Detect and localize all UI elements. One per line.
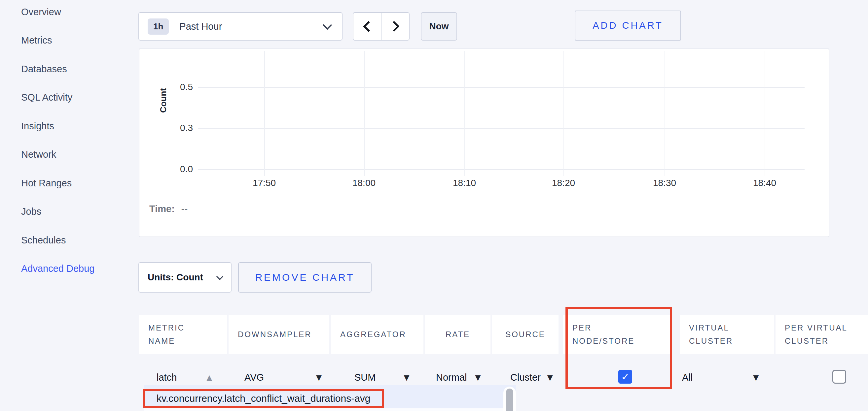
sidebar-item-hot-ranges[interactable]: Hot Ranges [21,169,95,198]
hover-time-readout: Time:-- [149,204,188,214]
time-readout-label: Time: [149,204,175,214]
next-range-button[interactable] [381,12,409,41]
gridline [264,51,265,176]
advanced-debug-custom-chart-page: Overview Metrics Databases SQL Activity … [0,0,868,411]
header-rate: RATE [425,315,491,354]
remove-chart-button[interactable]: REMOVE CHART [238,262,372,293]
x-tick-label: 18:20 [540,178,587,189]
caret-down-icon: ▼ [404,373,409,382]
sidebar-item-network[interactable]: Network [21,140,95,169]
header-downsampler: DOWNSAMPLER [228,315,329,354]
sidebar-item-schedules[interactable]: Schedules [21,226,95,255]
x-tick-label: 17:50 [241,178,287,189]
metric-name-combobox[interactable]: latch ▲ [157,370,212,385]
virtual-cluster-select[interactable]: All ▼ [682,370,759,385]
y-axis-label: Count [158,71,168,130]
time-readout-value: -- [181,204,188,214]
source-select[interactable]: Cluster ▼ [510,370,553,385]
gridline [198,87,805,88]
x-tick-label: 18:10 [441,178,488,189]
caret-down-icon: ▼ [316,373,322,382]
header-aggregator: AGGREGATOR [331,315,424,354]
downsampler-select[interactable]: AVG ▼ [244,370,322,385]
header-virtual-cluster: VIRTUAL CLUSTER [680,315,774,354]
y-tick-label: 0.3 [162,123,193,133]
dropdown-scrollbar-thumb[interactable] [506,388,513,411]
rate-select[interactable]: Normal ▼ [436,370,480,385]
units-select-label: Units: Count [148,272,203,283]
aggregator-value: SUM [354,372,376,383]
time-window-badge: 1h [148,19,169,35]
sidebar-item-insights[interactable]: Insights [21,112,95,140]
per-virtual-cluster-checkbox[interactable] [832,370,846,384]
sidebar-item-jobs[interactable]: Jobs [21,198,95,226]
header-metric-name: METRIC NAME [139,315,227,354]
sidebar-item-sql-activity[interactable]: SQL Activity [21,83,95,112]
caret-down-icon: ▼ [475,373,480,382]
caret-up-icon: ▲ [207,373,212,382]
x-tick-label: 18:00 [341,178,387,189]
x-tick-label: 18:40 [742,178,788,189]
sidebar-item-metrics[interactable]: Metrics [21,26,95,55]
chevron-down-icon [323,21,332,30]
gridline [198,169,805,170]
chevron-down-icon [216,273,223,280]
chevron-right-icon [389,21,400,32]
chevron-left-icon [363,21,374,32]
gridline [464,51,465,176]
per-node-store-checkbox[interactable]: ✓ [618,370,632,384]
previous-range-button[interactable] [353,12,381,41]
aggregator-select[interactable]: SUM ▼ [354,370,409,385]
gridline [664,51,665,176]
y-tick-label: 0.0 [162,164,193,174]
x-tick-label: 18:30 [642,178,688,189]
metric-suggestion-item[interactable]: kv.concurrency.latch_conflict_wait_durat… [157,393,371,404]
time-window-label: Past Hour [179,21,222,32]
gridline [364,51,365,176]
source-value: Cluster [510,372,541,383]
header-per-node-store: PER NODE/STORE [563,315,672,354]
custom-chart-panel[interactable]: Count 0.5 0.3 0.0 17:50 18:00 18:10 18:2… [139,48,829,237]
add-chart-button[interactable]: ADD CHART [575,10,681,41]
header-source: SOURCE [492,315,559,354]
sidebar-item-advanced-debug[interactable]: Advanced Debug [21,255,95,283]
now-button[interactable]: Now [421,12,457,41]
virtual-cluster-value: All [682,372,693,383]
metric-name-value: latch [157,372,177,383]
gridline [563,51,564,176]
sidebar-item-databases[interactable]: Databases [21,55,95,83]
caret-down-icon: ▼ [753,373,759,382]
next-suggestion-partial [144,408,503,411]
gridline [765,51,765,176]
gridline [198,128,805,129]
header-per-virtual-cluster: PER VIRTUAL CLUSTER [776,315,868,354]
time-range-picker[interactable]: 1h Past Hour [138,12,342,41]
sidebar-item-overview[interactable]: Overview [21,0,95,26]
check-icon: ✓ [621,371,629,383]
y-tick-label: 0.5 [162,82,193,92]
sidebar: Overview Metrics Databases SQL Activity … [21,0,95,283]
rate-value: Normal [436,372,467,383]
downsampler-value: AVG [244,372,264,383]
caret-down-icon: ▼ [547,373,553,382]
units-select[interactable]: Units: Count [138,262,231,293]
time-range-arrows [353,12,409,41]
